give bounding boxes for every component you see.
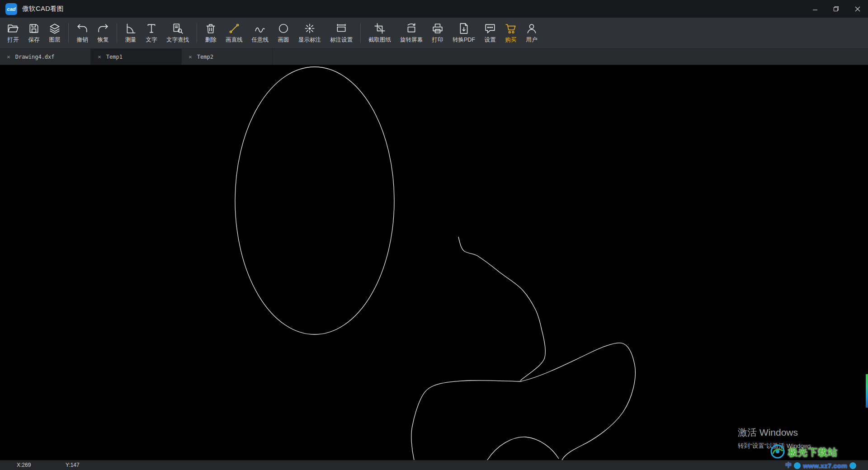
drawing-shape (235, 67, 394, 334)
layers-icon (49, 23, 61, 35)
site-watermark: 极光下载站 中 www.xz7.com (770, 444, 856, 470)
tab-close-icon[interactable]: × (189, 54, 192, 60)
toolbar-button-label: 画圆 (278, 36, 289, 44)
cursor-x-coordinate: X:269 (17, 462, 31, 468)
toolbar: 打开保存图层撤销恢复测量文字文字查找删除画直线任意线画圆显示标注标注设置截取图纸… (0, 18, 868, 49)
toolbar-button-pdf[interactable]: 转换PDF (448, 21, 479, 46)
toolbar-button-settings[interactable]: 设置 (480, 21, 500, 46)
toolbar-button-capture[interactable]: 截取图纸 (364, 21, 395, 46)
minimize-icon (812, 6, 818, 12)
tab-label: Drawing4.dxf (15, 54, 55, 60)
drawing-shape (487, 437, 559, 460)
settings-icon (484, 23, 496, 35)
site-prefix: 中 (785, 461, 792, 470)
site-logo-icon (770, 444, 785, 461)
toolbar-button-circle[interactable]: 画圆 (274, 21, 293, 46)
toolbar-button-measure[interactable]: 测量 (121, 21, 141, 46)
drawing-shape (458, 237, 545, 381)
toolbar-button-rotate[interactable]: 旋转屏幕 (396, 21, 427, 46)
toolbar-button-undo[interactable]: 撤销 (72, 21, 92, 46)
toolbar-button-user[interactable]: 用户 (522, 21, 542, 46)
undo-icon (76, 23, 88, 35)
toolbar-separator (360, 23, 361, 43)
tab-drawing4-dxf[interactable]: ×Drawing4.dxf (0, 49, 91, 65)
toolbar-button-save[interactable]: 保存 (24, 21, 44, 46)
line-icon (228, 23, 240, 35)
activate-windows-title: 激活 Windows (738, 426, 817, 439)
freeline-icon (254, 23, 266, 35)
app-window: cad 傲软CAD看图 打开保存图层撤销恢复测量文字文字查找删除画直线任意线画圆… (0, 0, 868, 470)
toolbar-button-label: 图层 (49, 36, 61, 44)
toolbar-separator (197, 23, 197, 43)
tab-close-icon[interactable]: × (98, 54, 101, 60)
toolbar-button-label: 购买 (505, 36, 517, 44)
toolbar-button-annotation-settings[interactable]: 标注设置 (326, 21, 357, 46)
right-edge-strip (866, 374, 868, 408)
capture-icon (374, 23, 386, 35)
site-badge-icon (849, 462, 856, 469)
tab-temp1[interactable]: ×Temp1 (91, 49, 182, 65)
site-name: 极光下载站 (788, 446, 838, 459)
tab-close-icon[interactable]: × (7, 54, 10, 60)
toolbar-button-label: 文字 (146, 36, 157, 44)
toolbar-button-label: 删除 (205, 36, 217, 44)
toolbar-button-label: 转换PDF (453, 36, 475, 44)
drawing-shape (411, 343, 635, 460)
toolbar-button-freeline[interactable]: 任意线 (248, 21, 273, 46)
toolbar-button-label: 打印 (432, 36, 443, 44)
toolbar-button-label: 用户 (526, 36, 538, 44)
toolbar-separator (117, 23, 117, 43)
toolbar-button-cart[interactable]: 购买 (501, 21, 521, 46)
toolbar-button-label: 恢复 (98, 36, 109, 44)
toolbar-button-label: 打开 (8, 36, 19, 44)
cursor-y-coordinate: Y:147 (66, 462, 80, 468)
annotations-icon (304, 23, 316, 35)
toolbar-button-label: 画直线 (226, 36, 243, 44)
toolbar-button-text-search[interactable]: 文字查找 (162, 21, 193, 46)
toolbar-separator (68, 23, 69, 43)
close-icon (855, 6, 860, 12)
toolbar-button-label: 文字查找 (166, 36, 189, 44)
toolbar-button-delete[interactable]: 删除 (201, 21, 221, 46)
tab-label: Temp2 (197, 54, 213, 60)
delete-icon (205, 23, 217, 35)
status-bar: X:269 Y:147 (0, 460, 868, 470)
maximize-button[interactable] (826, 0, 847, 18)
close-button[interactable] (847, 0, 868, 18)
save-icon (28, 23, 40, 35)
toolbar-button-label: 显示标注 (298, 36, 321, 44)
toolbar-button-label: 设置 (485, 36, 496, 44)
restore-icon (833, 6, 839, 12)
app-logo-text: cad (7, 6, 16, 12)
toolbar-button-layers[interactable]: 图层 (45, 21, 65, 46)
toolbar-button-label: 标注设置 (330, 36, 353, 44)
annotation-settings-icon (335, 23, 347, 35)
cad-drawing (0, 65, 868, 460)
window-controls (804, 0, 868, 18)
tab-temp2[interactable]: ×Temp2 (182, 49, 273, 65)
tab-bar: ×Drawing4.dxf×Temp1×Temp2 (0, 49, 868, 65)
site-url: www.xz7.com (803, 462, 847, 470)
folder-open-icon (7, 23, 19, 35)
toolbar-button-annotations[interactable]: 显示标注 (294, 21, 325, 46)
window-title: 傲软CAD看图 (22, 5, 64, 13)
toolbar-button-label: 保存 (28, 36, 40, 44)
toolbar-button-line[interactable]: 画直线 (222, 21, 247, 46)
toolbar-button-redo[interactable]: 恢复 (93, 21, 113, 46)
titlebar: cad 傲软CAD看图 (0, 0, 868, 18)
drawing-canvas[interactable]: 激活 Windows 转到"设置"以激活 Windows。 (0, 65, 868, 460)
app-logo-icon: cad (5, 3, 17, 15)
rotate-icon (406, 23, 417, 35)
toolbar-button-label: 测量 (125, 36, 137, 44)
cart-icon (505, 23, 517, 35)
toolbar-button-folder-open[interactable]: 打开 (3, 21, 23, 46)
redo-icon (97, 23, 109, 35)
toolbar-button-text[interactable]: 文字 (142, 21, 161, 46)
toolbar-button-label: 任意线 (252, 36, 269, 44)
site-badge-icon (794, 462, 801, 469)
text-icon (146, 23, 157, 35)
toolbar-button-print[interactable]: 打印 (428, 21, 448, 46)
toolbar-button-label: 截取图纸 (368, 36, 391, 44)
minimize-button[interactable] (804, 0, 826, 18)
tab-label: Temp1 (106, 54, 123, 60)
